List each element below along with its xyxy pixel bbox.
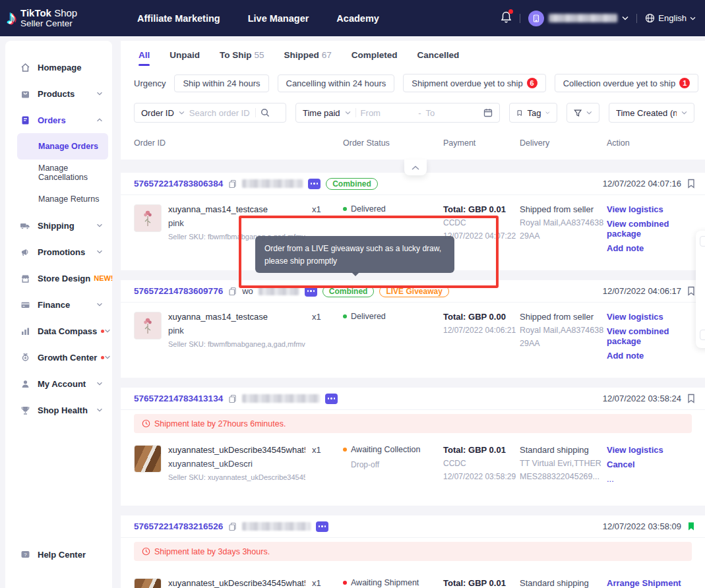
filter-shipment-overdue[interactable]: Shipment overdue yet to ship6: [403, 74, 545, 92]
urgency-filter-row: Urgency Ship within 24 hours Cancelling …: [121, 70, 705, 96]
order-id-link[interactable]: 576572214783413134: [134, 394, 223, 403]
more-actions-link[interactable]: ...: [607, 474, 692, 484]
product-image[interactable]: [134, 445, 162, 473]
tag-icon: [516, 109, 522, 117]
chevron-down-icon: [545, 111, 550, 115]
language-selector[interactable]: English: [645, 13, 696, 23]
date-from-input[interactable]: From: [361, 108, 414, 118]
order-status-cell: Awaiting Collection Drop-off: [343, 445, 443, 469]
product-name[interactable]: xuyannatest_ukDescribe34545what5yu4a...: [168, 578, 305, 588]
view-logistics-link[interactable]: View logistics: [607, 312, 692, 322]
chat-icon[interactable]: [316, 521, 328, 532]
sidebar-item-manage-cancellations[interactable]: Manage Cancellations: [5, 160, 112, 186]
date-to-input[interactable]: To: [425, 108, 479, 118]
nav-academy[interactable]: Academy: [336, 13, 379, 24]
delivery-tracking: 29AA: [520, 231, 607, 241]
floating-side-panel[interactable]: [696, 231, 705, 348]
copy-icon[interactable]: [228, 179, 237, 189]
chevron-down-icon: [345, 111, 351, 115]
tab-all[interactable]: All: [138, 50, 150, 70]
sidebar-item-finance[interactable]: Finance: [5, 291, 112, 318]
sidebar-item-homepage[interactable]: Homepage: [5, 54, 112, 80]
bookmark-icon-filled[interactable]: [687, 521, 696, 531]
sidebar-item-promotions[interactable]: Promotions: [5, 239, 112, 265]
sidebar-item-my-account[interactable]: My Account: [5, 370, 112, 397]
notifications-button[interactable]: [501, 11, 512, 26]
copy-icon[interactable]: [228, 394, 237, 403]
medal-icon: [20, 352, 30, 363]
payment-cell: Total: GBP 0.01 CCDC 12/07/2022 03:58:15: [443, 578, 520, 588]
collapse-button[interactable]: [404, 160, 427, 175]
bookmark-icon[interactable]: [687, 394, 696, 403]
view-combined-package-link[interactable]: View combined package: [607, 219, 692, 239]
sidebar-item-manage-returns[interactable]: Manage Returns: [5, 186, 112, 212]
product-name[interactable]: xuyannatest_ukDescribe34545what5yu4a...: [168, 445, 305, 455]
order-id-link[interactable]: 576572214783806384: [134, 179, 223, 189]
chevron-down-icon: [96, 223, 103, 227]
notification-dot: [508, 9, 513, 14]
sidebar-item-store-design[interactable]: Store Design NEW!: [5, 265, 112, 291]
product-image[interactable]: [134, 312, 162, 339]
filter-ship-within-24h[interactable]: Ship within 24 hours: [174, 74, 268, 92]
sidebar-item-products[interactable]: Products: [5, 80, 112, 107]
copy-icon[interactable]: [228, 287, 237, 296]
bookmark-icon[interactable]: [687, 286, 696, 296]
advanced-filter[interactable]: [567, 103, 599, 123]
order-id-link[interactable]: 576572214783609776: [134, 286, 223, 296]
tab-to-ship[interactable]: To Ship55: [220, 50, 264, 70]
tiktok-shop-logo[interactable]: ♪ TikTok Shop Seller Center: [0, 7, 125, 29]
arrange-shipment-link[interactable]: Arrange Shipment: [607, 578, 692, 588]
order-id-link[interactable]: 576572214783216526: [134, 521, 223, 531]
account-menu[interactable]: [528, 11, 628, 26]
sidebar-item-help-center[interactable]: ? Help Center: [5, 541, 112, 568]
status-dot: [343, 448, 347, 452]
filter-collection-overdue[interactable]: Collection overdue yet to ship1: [555, 74, 699, 92]
view-logistics-link[interactable]: View logistics: [607, 204, 692, 214]
sidebar-item-data-compass[interactable]: Data Compass: [5, 318, 112, 344]
cancel-link[interactable]: Cancel: [607, 459, 692, 469]
sidebar-item-orders[interactable]: Orders: [5, 107, 112, 133]
sidebar-item-shipping[interactable]: Shipping: [5, 212, 112, 239]
chevron-down-icon: [586, 111, 592, 115]
view-combined-package-link[interactable]: View combined package: [607, 326, 692, 346]
order-header-row: 576572214783609776 wo Combined LIVE Give…: [121, 280, 705, 303]
chat-icon[interactable]: [325, 394, 338, 404]
search-icon[interactable]: [261, 108, 270, 117]
tab-cancelled[interactable]: Cancelled: [417, 50, 460, 70]
main-content: All Unpaid To Ship55 Shipped67 Completed…: [121, 41, 705, 588]
tab-shipped[interactable]: Shipped67: [284, 50, 332, 70]
add-note-link[interactable]: Add note: [607, 243, 692, 253]
order-created-time: 12/07/2022 03:58:09: [603, 521, 681, 531]
tag-filter[interactable]: Tag: [509, 103, 557, 123]
sort-order-select[interactable]: Time Created (nev: [609, 103, 694, 123]
search-input[interactable]: [189, 108, 251, 118]
product-sku: Seller SKU: xuyannatest_ukDescribe34545w…: [168, 473, 305, 481]
time-paid-select[interactable]: Time paid: [303, 108, 340, 118]
sidebar-item-manage-orders[interactable]: Manage Orders: [17, 133, 108, 160]
calendar-icon[interactable]: [483, 108, 493, 117]
tab-unpaid[interactable]: Unpaid: [169, 50, 200, 70]
tab-completed[interactable]: Completed: [352, 50, 398, 70]
sidebar-item-growth-center[interactable]: Growth Center: [5, 344, 112, 370]
product-image[interactable]: [134, 578, 162, 588]
sidebar-item-shop-health[interactable]: Shop Health: [5, 397, 112, 423]
delivery-tracking: MES288322045269...: [520, 472, 607, 481]
filter-cancelling-within-24h[interactable]: Cancelling within 24 hours: [278, 74, 395, 92]
product-name[interactable]: xuyanna_mas14_testcase: [168, 312, 305, 322]
new-badge: NEW!: [94, 274, 113, 282]
product-image[interactable]: [134, 204, 162, 232]
product-name[interactable]: xuyanna_mas14_testcase: [168, 204, 305, 214]
add-note-link[interactable]: Add note: [607, 351, 692, 361]
status-label: Awaiting Collection: [351, 445, 420, 454]
view-logistics-link[interactable]: View logistics: [607, 445, 692, 455]
delivery-option: Standard shipping: [520, 578, 607, 588]
order-created-time: 12/07/2022 03:58:24: [603, 394, 681, 403]
nav-live-manager[interactable]: Live Manager: [248, 13, 309, 24]
search-type-select[interactable]: Order ID: [141, 108, 174, 118]
chat-icon[interactable]: [305, 286, 317, 297]
nav-affiliate-marketing[interactable]: Affiliate Marketing: [137, 13, 220, 24]
payment-cell: Total: GBP 0.00 12/07/2022 04:06:21: [443, 312, 520, 335]
copy-icon[interactable]: [228, 522, 237, 531]
bookmark-icon[interactable]: [687, 179, 696, 189]
chat-icon[interactable]: [308, 179, 321, 189]
